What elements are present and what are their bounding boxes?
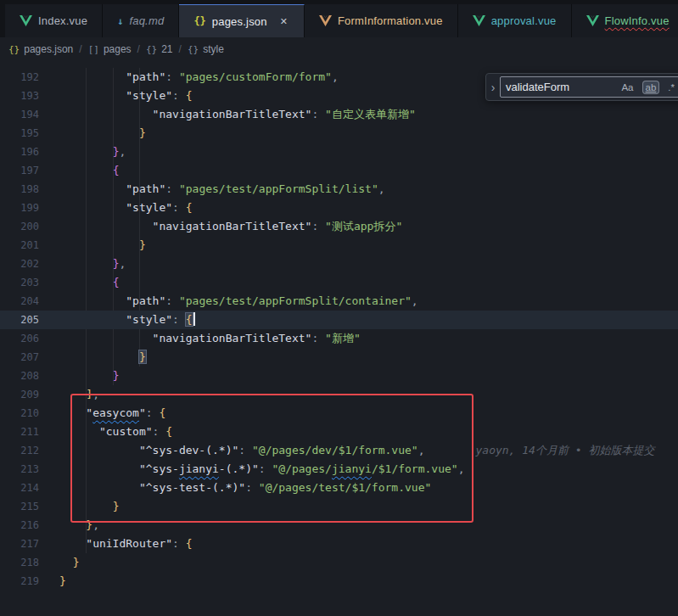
code-line-200[interactable]: 200 "navigationBarTitleText": "测试app拆分" bbox=[0, 217, 678, 236]
code-text: "navigationBarTitleText": "新增" bbox=[39, 329, 361, 348]
code-line-197[interactable]: 197 { bbox=[0, 161, 678, 180]
line-number[interactable]: 216 bbox=[0, 516, 39, 535]
line-number[interactable]: 219 bbox=[0, 572, 39, 591]
breadcrumb-item-pages[interactable]: []pages bbox=[88, 43, 132, 55]
line-number[interactable]: 205 bbox=[0, 311, 39, 329]
line-number[interactable]: 218 bbox=[0, 553, 39, 572]
line-number[interactable]: 202 bbox=[0, 255, 39, 273]
code-line-203[interactable]: 203 { bbox=[0, 273, 678, 292]
code-line-212[interactable]: 212 "^sys-dev-(.*)": "@/pages/dev/$1/for… bbox=[0, 441, 678, 460]
find-input[interactable]: validateForm Aa ab .* bbox=[500, 76, 678, 98]
code-line-204[interactable]: 204 "path": "pages/test/appFormSplit/con… bbox=[0, 292, 678, 311]
code-line-218[interactable]: 218 } bbox=[0, 553, 678, 572]
find-query-text: validateForm bbox=[506, 81, 612, 93]
tab-forminformation-vue[interactable]: FormInformation.vue bbox=[305, 4, 458, 37]
code-line-195[interactable]: 195 } bbox=[0, 124, 678, 143]
tab-approval-vue[interactable]: approval.vue bbox=[458, 4, 572, 37]
breadcrumb-item-pages-json[interactable]: {}pages.json bbox=[8, 43, 73, 55]
vscode-window: Index.vue↓faq.md{}pages.json✕FormInforma… bbox=[0, 0, 678, 616]
code-line-202[interactable]: 202 }, bbox=[0, 255, 678, 273]
line-number[interactable]: 197 bbox=[0, 161, 39, 180]
line-number[interactable]: 201 bbox=[0, 236, 39, 255]
tab-pages-json[interactable]: {}pages.json✕ bbox=[179, 4, 305, 37]
code-text: } bbox=[39, 367, 119, 385]
code-line-206[interactable]: 206 "navigationBarTitleText": "新增" bbox=[0, 329, 678, 348]
line-number[interactable]: 213 bbox=[0, 460, 39, 479]
tab-bar: Index.vue↓faq.md{}pages.json✕FormInforma… bbox=[0, 0, 678, 37]
code-line-199[interactable]: 199 "style": { bbox=[0, 199, 678, 217]
line-number[interactable]: 215 bbox=[0, 497, 39, 516]
whole-word-icon[interactable]: ab bbox=[643, 81, 659, 93]
line-number[interactable]: 194 bbox=[0, 105, 39, 124]
line-number[interactable]: 199 bbox=[0, 199, 39, 217]
tab-index-vue[interactable]: Index.vue bbox=[5, 4, 103, 37]
regex-icon[interactable]: .* bbox=[665, 81, 677, 93]
breadcrumb-item-21[interactable]: {}21 bbox=[146, 43, 173, 55]
line-number[interactable]: 206 bbox=[0, 329, 39, 348]
tab-label: approval.vue bbox=[491, 14, 557, 27]
code-line-211[interactable]: 211 "custom": { bbox=[0, 423, 678, 441]
line-number[interactable]: 207 bbox=[0, 348, 39, 367]
tab-faq-md[interactable]: ↓faq.md bbox=[103, 4, 179, 37]
breadcrumb-label: 21 bbox=[161, 43, 172, 55]
code-area[interactable]: 192 "path": "pages/customForm/form",193 … bbox=[0, 61, 678, 591]
code-line-194[interactable]: 194 "navigationBarTitleText": "自定义表单新增" bbox=[0, 105, 678, 124]
code-line-217[interactable]: 217 "uniIdRouter": { bbox=[0, 535, 678, 553]
symbol-icon: {} bbox=[188, 44, 199, 55]
code-text: }, bbox=[39, 255, 126, 273]
tab-flowinfo-vue[interactable]: FlowInfo.vue bbox=[572, 4, 678, 37]
line-number[interactable]: 192 bbox=[0, 68, 39, 87]
line-number[interactable]: 209 bbox=[0, 385, 39, 404]
line-number[interactable]: 200 bbox=[0, 217, 39, 236]
code-text: } bbox=[39, 553, 79, 572]
code-text: } bbox=[39, 497, 119, 516]
vue-icon bbox=[586, 15, 599, 26]
line-number[interactable]: 208 bbox=[0, 367, 39, 385]
code-text: "^sys-jianyi-(.*)": "@/pages/jianyi/$1/f… bbox=[39, 460, 464, 479]
line-number[interactable]: 214 bbox=[0, 479, 39, 497]
find-widget: › validateForm Aa ab .* bbox=[485, 73, 678, 101]
code-line-215[interactable]: 215 } bbox=[0, 497, 678, 516]
breadcrumb-label: pages.json bbox=[24, 43, 73, 55]
code-text: "^sys-dev-(.*)": "@/pages/dev/$1/form.vu… bbox=[39, 441, 654, 460]
code-line-201[interactable]: 201 } bbox=[0, 236, 678, 255]
code-text: } bbox=[39, 124, 146, 143]
code-line-205[interactable]: 205 "style": { bbox=[0, 311, 678, 329]
tab-label: pages.json bbox=[212, 15, 267, 28]
line-number[interactable]: 210 bbox=[0, 404, 39, 423]
code-line-196[interactable]: 196 }, bbox=[0, 143, 678, 161]
breadcrumb-label: pages bbox=[104, 43, 132, 55]
line-number[interactable]: 203 bbox=[0, 273, 39, 292]
line-number[interactable]: 212 bbox=[0, 441, 39, 460]
tab-label: FormInformation.vue bbox=[338, 14, 443, 27]
code-line-207[interactable]: 207 } bbox=[0, 348, 678, 367]
code-line-210[interactable]: 210 "easycom": { bbox=[0, 404, 678, 423]
breadcrumb-item-style[interactable]: {}style bbox=[188, 43, 224, 55]
breadcrumb: {}pages.json/[]pages/{}21/{}style bbox=[0, 37, 678, 61]
match-case-icon[interactable]: Aa bbox=[619, 81, 636, 93]
code-text: "navigationBarTitleText": "测试app拆分" bbox=[39, 217, 402, 236]
line-number[interactable]: 195 bbox=[0, 124, 39, 143]
code-line-219[interactable]: 219} bbox=[0, 572, 678, 591]
code-text: } bbox=[39, 572, 66, 591]
line-number[interactable]: 217 bbox=[0, 535, 39, 553]
line-number[interactable]: 196 bbox=[0, 143, 39, 161]
line-number[interactable]: 211 bbox=[0, 423, 39, 441]
line-number[interactable]: 198 bbox=[0, 180, 39, 199]
breadcrumb-separator: / bbox=[179, 43, 182, 55]
line-number[interactable]: 204 bbox=[0, 292, 39, 311]
code-line-216[interactable]: 216 }, bbox=[0, 516, 678, 535]
tab-label: Index.vue bbox=[38, 14, 87, 27]
code-line-208[interactable]: 208 } bbox=[0, 367, 678, 385]
vue-icon bbox=[473, 15, 485, 26]
git-blame-annotation: yaoyn, 14个月前 • 初始版本提交 bbox=[475, 444, 654, 456]
code-line-209[interactable]: 209 ], bbox=[0, 385, 678, 404]
editor[interactable]: 192 "path": "pages/customForm/form",193 … bbox=[0, 61, 678, 616]
code-line-214[interactable]: 214 "^sys-test-(.*)": "@/pages/test/$1/f… bbox=[0, 479, 678, 497]
find-expand-chevron-icon[interactable]: › bbox=[486, 81, 500, 94]
code-line-213[interactable]: 213 "^sys-jianyi-(.*)": "@/pages/jianyi/… bbox=[0, 460, 678, 479]
close-tab-icon[interactable]: ✕ bbox=[278, 15, 289, 28]
code-line-198[interactable]: 198 "path": "pages/test/appFormSplit/lis… bbox=[0, 180, 678, 199]
line-number[interactable]: 193 bbox=[0, 87, 39, 105]
code-text: "style": { bbox=[39, 311, 195, 329]
